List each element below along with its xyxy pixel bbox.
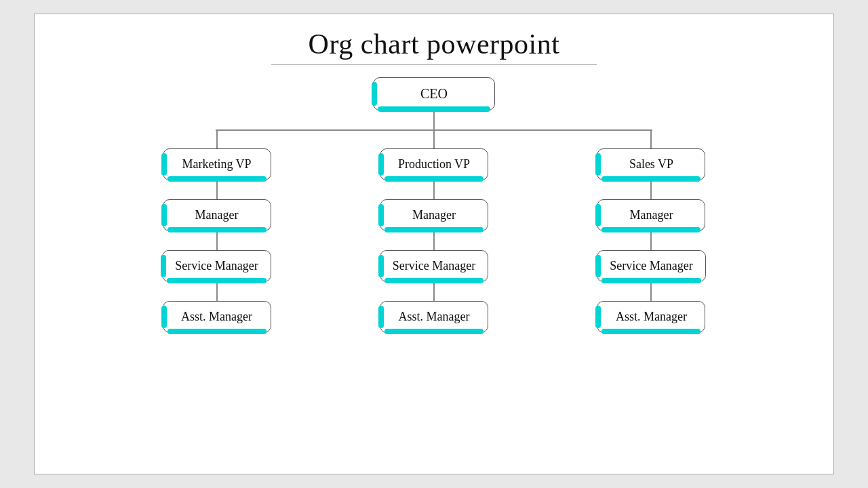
- org-chart: CEO Marketing VP Manager Service Manager…: [55, 77, 813, 467]
- sales-v-line3: [650, 231, 652, 250]
- node-production-vp: Production VP: [380, 148, 488, 180]
- node-asst-manager-2: Asst. Manager: [380, 301, 488, 333]
- marketing-v-line3: [216, 231, 218, 250]
- node-service-manager-3: Service Manager: [597, 250, 705, 282]
- node-asst-manager-1: Asst. Manager: [163, 301, 271, 333]
- sales-v-line2: [650, 180, 652, 199]
- production-v-line2: [433, 180, 435, 199]
- node-service-manager-1: Service Manager: [162, 250, 271, 282]
- node-sales-vp: Sales VP: [597, 148, 705, 180]
- sales-v-line4: [650, 282, 652, 301]
- node-manager-3: Manager: [597, 199, 705, 231]
- node-manager-2: Manager: [380, 199, 488, 231]
- node-ceo: CEO: [373, 77, 495, 110]
- node-asst-manager-3: Asst. Manager: [597, 301, 705, 333]
- title-divider: [271, 64, 597, 65]
- slide: Org chart powerpoint CEO Marketing VP Ma…: [34, 14, 834, 474]
- node-service-manager-2: Service Manager: [380, 250, 488, 282]
- production-v-line4: [433, 282, 435, 301]
- marketing-v-line2: [216, 180, 218, 199]
- h-connector-top: [216, 129, 652, 131]
- node-marketing-vp: Marketing VP: [163, 148, 271, 180]
- sales-v-line1: [650, 129, 652, 148]
- marketing-v-line4: [216, 282, 218, 301]
- slide-title: Org chart powerpoint: [309, 28, 560, 60]
- marketing-v-line1: [216, 129, 218, 148]
- node-manager-1: Manager: [163, 199, 271, 231]
- production-v-line3: [433, 231, 435, 250]
- ceo-v-line: [433, 110, 435, 129]
- production-v-line1: [433, 129, 435, 148]
